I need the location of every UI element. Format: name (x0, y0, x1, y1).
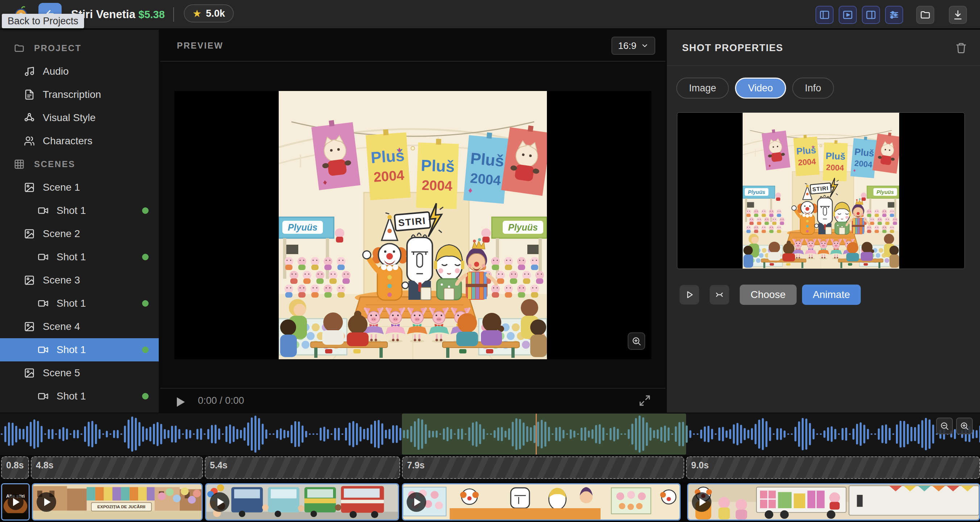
tab-video[interactable]: Video (735, 78, 786, 99)
shot-status-dot (142, 254, 149, 260)
video-camera-icon (38, 205, 49, 216)
shot-status-dot (142, 300, 149, 307)
tab-info[interactable]: Info (792, 78, 834, 99)
image-icon (24, 182, 35, 193)
shot-action-buttons: Choose Animate (679, 285, 861, 305)
sidebar-item-scene-3-shot-1[interactable]: Shot 1 (0, 292, 159, 315)
duration-segments-track: 0.8s 4.8s 5.4s 7.9s 9.0s (0, 457, 980, 479)
fullscreen-icon[interactable] (639, 395, 651, 407)
sidebar-item-scene-5-shot-1[interactable]: Shot 1 (0, 385, 159, 408)
preview-viewport (160, 62, 665, 388)
sidebar-item-scene-4[interactable]: Scene 4 (0, 315, 159, 338)
filmstrip-clip-2[interactable] (32, 483, 203, 520)
filmstrip-clip-3[interactable] (205, 483, 399, 520)
users-icon (24, 135, 35, 146)
project-files-button[interactable] (916, 6, 934, 24)
toggle-timeline-button[interactable] (885, 6, 903, 24)
image-icon (24, 228, 35, 239)
tab-image[interactable]: Image (676, 78, 729, 99)
sidebar-item-transcription[interactable]: Transcription (0, 83, 159, 106)
project-sidebar: PROJECT Audio Transcription Visual Style… (0, 30, 159, 412)
shot-status-dot (142, 347, 149, 353)
play-outline-icon (684, 290, 694, 300)
chevron-down-icon (641, 42, 649, 50)
toggle-right-panel-button[interactable] (862, 6, 880, 24)
preview-header: PREVIEW 16:9 (160, 30, 665, 62)
filmstrip-clip-4[interactable] (402, 483, 681, 520)
star-icon: ★ (192, 8, 202, 19)
choose-button[interactable]: Choose (740, 285, 797, 305)
filmstrip-track (0, 482, 980, 522)
clip-play-overlay[interactable] (210, 492, 229, 512)
music-icon (24, 66, 35, 77)
segment-1[interactable]: 0.8s (1, 457, 29, 479)
shot-status-dot (142, 207, 149, 214)
export-download-button[interactable] (949, 6, 967, 24)
trim-icon (714, 290, 724, 300)
preview-video-frame[interactable] (174, 91, 651, 359)
clip-play-overlay[interactable] (37, 492, 56, 512)
sidebar-item-scene-2[interactable]: Scene 2 (0, 222, 159, 245)
segment-3[interactable]: 5.4s (205, 457, 400, 479)
image-icon (24, 321, 35, 332)
toggle-left-panel-button[interactable] (815, 6, 834, 24)
sidebar-section-project: PROJECT (0, 37, 159, 60)
document-icon (24, 89, 35, 100)
animate-button[interactable]: Animate (802, 285, 861, 305)
play-button[interactable] (177, 397, 185, 407)
clip-play-overlay[interactable] (8, 494, 24, 510)
sidebar-item-scene-5[interactable]: Scene 5 (0, 361, 159, 385)
sidebar-item-scene-1[interactable]: Scene 1 (0, 176, 159, 199)
shot-trim-button[interactable] (710, 285, 729, 304)
clip-play-overlay[interactable] (692, 492, 711, 512)
shot-preview-image (279, 91, 547, 359)
shot-video-frame (743, 112, 899, 269)
sidebar-item-scene-4-shot-1-selected[interactable]: Shot 1 (0, 338, 159, 361)
timeline-zoom-out-button[interactable] (936, 418, 953, 434)
shot-play-button[interactable] (679, 285, 699, 304)
credits-count: 5.0k (206, 8, 225, 19)
clip-play-overlay[interactable] (407, 492, 426, 512)
shot-properties-title: SHOT PROPERTIES (682, 30, 783, 66)
image-icon (24, 275, 35, 286)
credits-pill[interactable]: ★ 5.0k (184, 4, 234, 22)
shot-video-thumbnail[interactable] (677, 112, 965, 269)
image-icon (24, 368, 35, 379)
sidebar-item-visual-style[interactable]: Visual Style (0, 106, 159, 129)
filmstrip-clip-5[interactable] (687, 483, 980, 520)
video-camera-icon (38, 251, 49, 263)
video-camera-icon (38, 298, 49, 309)
segment-4[interactable]: 7.9s (402, 457, 684, 479)
sidebar-item-audio[interactable]: Audio (0, 60, 159, 83)
waveform-bars (1, 415, 980, 452)
filmstrip-clip-1[interactable] (1, 483, 30, 520)
magnifier-plus-icon (632, 336, 641, 346)
shapes-icon (24, 112, 35, 123)
shot-properties-header: SHOT PROPERTIES (667, 30, 980, 66)
sidebar-item-scene-1-shot-1[interactable]: Shot 1 (0, 199, 159, 222)
sidebar-item-scene-3[interactable]: Scene 3 (0, 269, 159, 292)
shot-properties-panel: SHOT PROPERTIES Image Video Info Choose … (666, 30, 980, 412)
timeline-playhead[interactable] (536, 414, 537, 455)
shot-status-dot (142, 393, 149, 399)
back-tooltip: Back to Projects (2, 14, 84, 28)
sidebar-item-scene-2-shot-1[interactable]: Shot 1 (0, 245, 159, 269)
folder-icon (14, 43, 25, 54)
aspect-ratio-select[interactable]: 16:9 (611, 37, 655, 55)
segment-5[interactable]: 9.0s (686, 457, 980, 479)
magnifier-plus-icon (960, 421, 969, 431)
project-balance: $5.38 (138, 0, 165, 29)
topbar-divider (173, 7, 174, 22)
sidebar-item-characters[interactable]: Characters (0, 129, 159, 153)
trash-icon[interactable] (955, 42, 967, 54)
preview-title: PREVIEW (177, 30, 223, 62)
toggle-preview-panel-button[interactable] (838, 6, 857, 24)
sidebar-section-scenes: SCENES (0, 153, 159, 176)
shot-properties-tabs: Image Video Info (676, 78, 834, 99)
preview-panel: PREVIEW 16:9 0:00 / 0:00 (160, 30, 665, 412)
preview-zoom-button[interactable] (628, 333, 645, 350)
timeline-zoom-in-button[interactable] (956, 418, 973, 434)
segment-2[interactable]: 4.8s (31, 457, 203, 479)
top-bar: Back to Projects Stiri Venetia $5.38 ★ 5… (0, 0, 980, 29)
audio-waveform-track[interactable] (0, 413, 980, 455)
